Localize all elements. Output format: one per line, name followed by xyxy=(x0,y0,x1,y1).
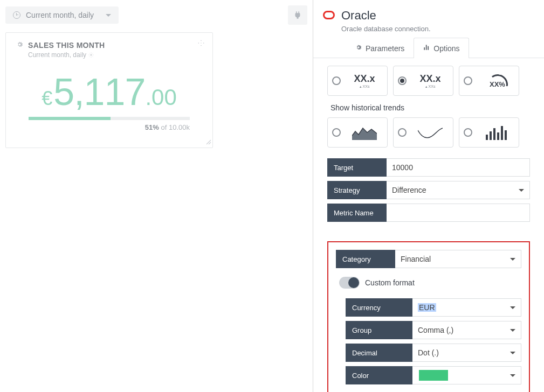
plug-icon xyxy=(293,10,302,20)
svg-line-5 xyxy=(89,53,90,54)
dashboard-canvas: Current month, daily SALES THIS MONTH Cu… xyxy=(0,0,313,392)
category-select[interactable]: Financial xyxy=(395,250,521,268)
metric-name-row: Metric Name xyxy=(327,204,530,222)
custom-format-label: Custom format xyxy=(365,278,415,287)
strategy-label: Strategy xyxy=(327,181,387,199)
decimal-select[interactable]: Dot (.) xyxy=(412,344,521,362)
trend-line[interactable] xyxy=(393,117,453,148)
gauge-icon: XX% xyxy=(486,73,506,88)
resize-handle-icon[interactable] xyxy=(205,138,211,146)
metric-value-row: € 5,117 .00 xyxy=(16,71,203,114)
metric-name-input[interactable] xyxy=(387,204,530,222)
tab-parameters[interactable]: Parameters xyxy=(346,38,414,58)
color-swatch xyxy=(419,370,448,381)
sun-icon xyxy=(88,52,94,58)
style-number-plain[interactable]: XX.x▴ XXs xyxy=(327,66,388,96)
target-label: Target xyxy=(327,158,387,177)
area-chart-icon xyxy=(352,125,377,140)
parameters-icon xyxy=(355,44,362,53)
chevron-down-icon xyxy=(510,352,515,354)
custom-format-highlight: Category Financial Custom format Currenc… xyxy=(327,241,530,392)
chevron-down-icon xyxy=(106,14,111,17)
tab-options[interactable]: Options xyxy=(414,38,469,58)
svg-line-7 xyxy=(89,57,90,57)
group-row: Group Comma (,) xyxy=(346,321,521,339)
options-icon xyxy=(423,44,430,53)
options-body: XX.x▴ XXs XX.x▴ XXs XX% Show historical … xyxy=(313,58,544,392)
radio-icon xyxy=(332,76,341,85)
connection-subtitle: Oracle database connection. xyxy=(341,25,431,33)
trend-bars[interactable] xyxy=(459,117,519,148)
radio-icon xyxy=(398,76,407,85)
target-input[interactable] xyxy=(387,158,530,177)
widget-header: SALES THIS MONTH xyxy=(16,40,203,50)
category-label: Category xyxy=(336,250,395,268)
clock-icon xyxy=(13,11,20,19)
metric-widget[interactable]: SALES THIS MONTH Current month, daily € … xyxy=(5,32,213,148)
metric-main: 5,117 xyxy=(53,71,145,114)
group-label: Group xyxy=(346,321,412,339)
currency-label: Currency xyxy=(346,298,412,317)
connection-plug-button[interactable] xyxy=(288,5,307,25)
custom-format-fields: Currency EUR Group Comma (,) Decimal xyxy=(346,298,521,384)
chevron-down-icon xyxy=(510,374,515,377)
svg-point-0 xyxy=(90,54,92,55)
progress-fill xyxy=(29,117,111,120)
trends-row xyxy=(327,117,530,148)
target-row: Target xyxy=(327,158,530,177)
color-label: Color xyxy=(346,366,412,384)
period-selector[interactable]: Current month, daily xyxy=(5,6,119,24)
progress-bar xyxy=(29,117,190,120)
style-number-compare[interactable]: XX.x▴ XXs xyxy=(393,66,453,96)
svg-line-8 xyxy=(93,53,93,54)
style-gauge[interactable]: XX% xyxy=(459,66,519,96)
custom-format-toggle[interactable] xyxy=(339,277,360,289)
period-label: Current month, daily xyxy=(26,11,94,19)
chevron-down-icon xyxy=(510,306,515,309)
strategy-row: Strategy Difference xyxy=(327,181,530,199)
display-style-row: XX.x▴ XXs XX.x▴ XXs XX% xyxy=(327,66,530,96)
custom-format-toggle-row: Custom format xyxy=(339,277,518,289)
svg-line-6 xyxy=(93,57,93,57)
radio-icon xyxy=(398,128,407,137)
decimal-label: Decimal xyxy=(346,344,412,362)
metric-decimals: .00 xyxy=(145,85,176,110)
color-row: Color xyxy=(346,366,521,384)
radio-icon xyxy=(464,76,472,85)
progress-label: 51% of 10.00k xyxy=(16,123,190,131)
currency-select[interactable]: EUR xyxy=(412,298,521,317)
decimal-row: Decimal Dot (.) xyxy=(346,344,521,362)
radio-icon xyxy=(332,128,341,137)
strategy-select[interactable]: Difference xyxy=(387,181,530,199)
currency-row: Currency EUR xyxy=(346,298,521,317)
trend-area[interactable] xyxy=(327,117,388,148)
trends-section-label: Show historical trends xyxy=(330,103,527,112)
widget-subtitle: Current month, daily xyxy=(28,51,203,59)
bar-chart-icon xyxy=(486,125,507,140)
tabs: Parameters Options xyxy=(313,37,544,58)
category-row: Category Financial xyxy=(336,250,521,268)
top-bar: Current month, daily xyxy=(5,5,307,25)
move-icon[interactable] xyxy=(197,39,205,48)
radio-icon xyxy=(464,128,472,137)
group-select[interactable]: Comma (,) xyxy=(412,321,521,339)
gear-icon[interactable] xyxy=(16,40,24,50)
connection-header: Oracle Oracle database connection. xyxy=(313,0,544,37)
connection-title: Oracle xyxy=(341,9,431,23)
currency-symbol: € xyxy=(42,87,52,110)
color-select[interactable] xyxy=(412,366,521,384)
settings-panel: Oracle Oracle database connection. Param… xyxy=(313,0,544,392)
widget-title: SALES THIS MONTH xyxy=(28,41,105,50)
line-chart-icon xyxy=(418,125,443,140)
chevron-down-icon xyxy=(510,329,515,332)
oracle-icon xyxy=(323,11,335,19)
chevron-down-icon xyxy=(519,189,524,192)
metric-name-label: Metric Name xyxy=(327,204,387,222)
chevron-down-icon xyxy=(510,258,515,261)
